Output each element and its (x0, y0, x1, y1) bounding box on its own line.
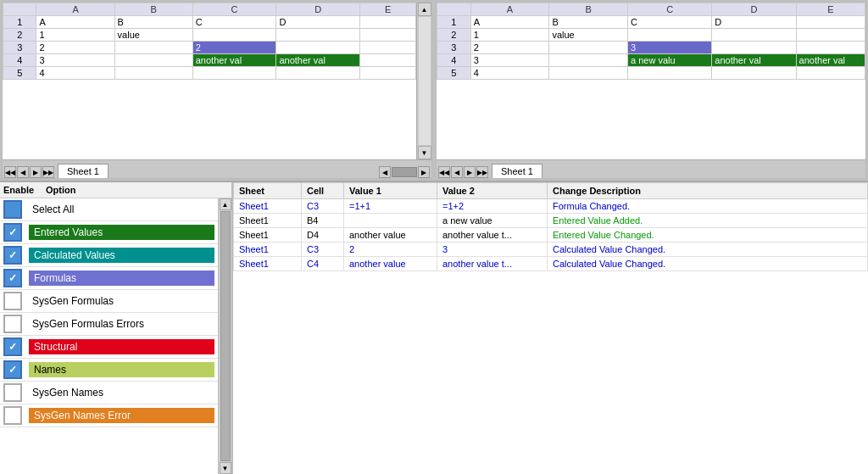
val1-cell (344, 214, 437, 228)
val1-cell: another value (344, 228, 437, 243)
table-row: Sheet1 C4 another value another value t.… (234, 257, 868, 271)
tab-next-btn-right[interactable]: ▶ (464, 166, 476, 178)
options-panel: Enable Option Select All ✓ (0, 182, 233, 474)
checkmark: ✓ (8, 249, 17, 261)
select-all-checkbox[interactable] (3, 200, 22, 219)
val2-cell: =1+2 (437, 199, 548, 214)
cell-cell: C3 (302, 243, 344, 257)
sheet-cell: Sheet1 (234, 257, 302, 271)
table-row: 5 4 (3, 67, 416, 80)
sheet-cell: Sheet1 (234, 199, 302, 214)
cell-cell: B4 (302, 214, 344, 228)
options-list: Select All ✓ Entered Values ✓ (0, 198, 218, 474)
tab-first-btn[interactable]: ◀◀ (4, 166, 16, 178)
options-scroll-thumb (220, 211, 231, 461)
option-row-sysgen-formulas-errors: SysGen Formulas Errors (0, 313, 218, 336)
structural-label: Structural (29, 339, 214, 354)
names-checkbox[interactable]: ✓ (3, 360, 22, 379)
option-row-entered-values: ✓ Entered Values (0, 221, 218, 244)
table-row: 3 2 2 (3, 42, 416, 54)
option-row-sysgen-formulas: SysGen Formulas (0, 290, 218, 313)
option-row-names: ✓ Names (0, 359, 218, 382)
table-row: 4 3 another val another val (3, 54, 416, 67)
val2-cell: 3 (437, 243, 548, 257)
tab-last-btn[interactable]: ▶▶ (42, 166, 54, 178)
sysgen-formulas-errors-checkbox[interactable] (3, 315, 22, 333)
val1-col-header: Value 1 (344, 183, 437, 199)
cell-cell: C4 (302, 257, 344, 271)
tab-first-btn-right[interactable]: ◀◀ (438, 166, 450, 178)
checkmark: ✓ (8, 364, 17, 376)
names-label: Names (29, 362, 214, 377)
scroll-down-btn[interactable]: ▼ (418, 146, 431, 159)
val1-cell: another value (344, 257, 437, 271)
options-scroll-up[interactable]: ▲ (220, 198, 231, 210)
main-container: A B C D E 1 A B (0, 0, 868, 474)
table-row: 4 3 a new valu another val another val (437, 54, 865, 67)
entered-values-checkbox[interactable]: ✓ (3, 223, 22, 242)
option-row-structural: ✓ Structural (0, 336, 218, 359)
sysgen-names-label: SysGen Names (29, 386, 214, 399)
val2-cell: another value t... (437, 257, 548, 271)
cell-cell: C3 (302, 199, 344, 214)
val2-cell: another value t... (437, 228, 548, 243)
hscroll-left-btn[interactable]: ◀ (379, 166, 391, 178)
table-row: 5 4 (437, 67, 865, 80)
formulas-checkbox[interactable]: ✓ (3, 269, 22, 287)
options-scrollbar: ▲ ▼ (218, 198, 231, 474)
bottom-panel: Enable Option Select All ✓ (0, 182, 868, 474)
structural-checkbox[interactable]: ✓ (3, 337, 22, 356)
tab-prev-btn[interactable]: ◀ (17, 166, 29, 178)
sysgen-formulas-errors-label: SysGen Formulas Errors (29, 317, 214, 331)
hscroll-thumb (392, 167, 417, 177)
checkmark: ✓ (8, 272, 17, 284)
sysgen-names-checkbox[interactable] (3, 383, 22, 402)
option-row-select-all: Select All (0, 198, 218, 221)
option-row-calculated-values: ✓ Calculated Values (0, 244, 218, 267)
cell-col-header: Cell (302, 183, 344, 199)
sheet-cell: Sheet1 (234, 228, 302, 243)
calculated-values-label: Calculated Values (29, 248, 214, 263)
option-row-formulas: ✓ Formulas (0, 267, 218, 290)
table-row: Sheet1 D4 another value another value t.… (234, 228, 868, 243)
sysgen-names-error-checkbox[interactable] (3, 406, 22, 425)
tab-next-btn[interactable]: ▶ (30, 166, 42, 178)
formulas-label: Formulas (29, 270, 214, 286)
options-header: Enable Option (0, 182, 231, 198)
desc-cell: Entered Value Changed. (548, 228, 868, 243)
options-scroll-down[interactable]: ▼ (220, 462, 231, 474)
sysgen-formulas-label: SysGen Formulas (29, 294, 214, 308)
scroll-up-btn[interactable]: ▲ (418, 3, 431, 16)
left-spreadsheet-grid: A B C D E 1 A B (3, 3, 416, 80)
option-row-sysgen-names: SysGen Names (0, 382, 218, 404)
table-row: Sheet1 C3 2 3 Calculated Value Changed. (234, 243, 868, 257)
cell-cell: D4 (302, 228, 344, 243)
table-row: 2 1 value (3, 29, 416, 42)
changes-table: Sheet Cell Value 1 Value 2 Change Descri… (233, 182, 868, 271)
sysgen-formulas-checkbox[interactable] (3, 292, 22, 310)
tab-prev-btn-right[interactable]: ◀ (451, 166, 463, 178)
sheet-tab-left[interactable]: Sheet 1 (58, 164, 108, 178)
table-row: 1 A B C D (3, 16, 416, 29)
sheet-cell: Sheet1 (234, 243, 302, 257)
entered-values-label: Entered Values (29, 225, 214, 240)
calculated-values-checkbox[interactable]: ✓ (3, 246, 22, 265)
val1-cell: =1+1 (344, 199, 437, 214)
table-row: 3 2 3 (437, 42, 865, 54)
enable-header: Enable (3, 185, 46, 195)
checkmark: ✓ (8, 341, 17, 353)
checkmark: ✓ (8, 226, 17, 238)
desc-cell: Formula Changed. (548, 199, 868, 214)
val1-cell: 2 (344, 243, 437, 257)
spreadsheets-row: A B C D E 1 A B (0, 0, 868, 182)
option-row-sysgen-names-error: SysGen Names Error (0, 404, 218, 427)
hscroll-right-btn[interactable]: ▶ (418, 166, 430, 178)
tab-last-btn-right[interactable]: ▶▶ (476, 166, 488, 178)
sheet-tab-right[interactable]: Sheet 1 (492, 164, 542, 178)
desc-col-header: Change Description (548, 183, 868, 199)
select-all-label: Select All (29, 203, 214, 216)
table-row: 2 1 value (437, 29, 865, 42)
data-panel: Sheet Cell Value 1 Value 2 Change Descri… (233, 182, 868, 474)
sheet-col-header: Sheet (234, 183, 302, 199)
sysgen-names-error-label: SysGen Names Error (29, 408, 214, 423)
